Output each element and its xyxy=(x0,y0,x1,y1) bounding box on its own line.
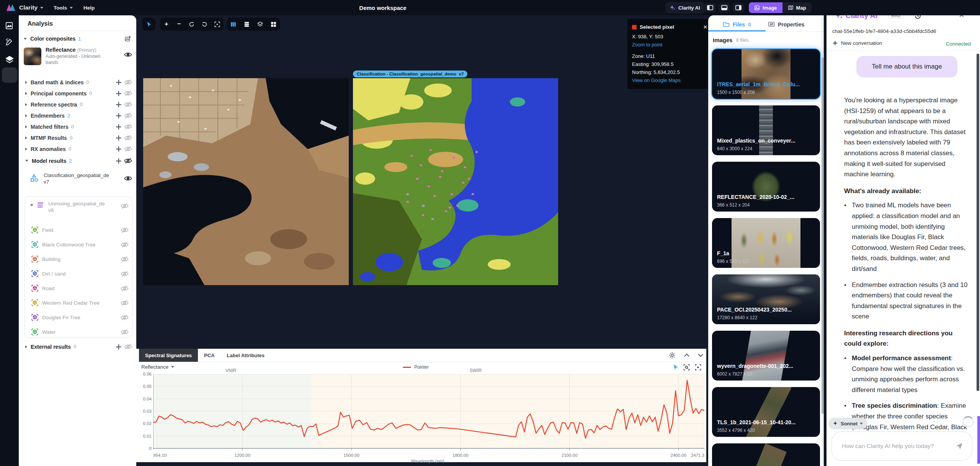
tab-label-attributes[interactable]: Label Attributes xyxy=(221,349,271,362)
gear-icon[interactable] xyxy=(668,351,676,359)
spectral-plot[interactable] xyxy=(153,374,704,451)
file-card-tls-1b-2021-06-15-10-41-20[interactable]: TLS_1b_2021-06-15_10-41-20... 3552 x 479… xyxy=(712,387,820,437)
sidebar-item-endmembers[interactable]: Endmembers2 xyxy=(24,110,132,121)
visibility-off-icon[interactable] xyxy=(123,100,132,109)
sidebar-item-rx-anomalies[interactable]: RX anomalies0 xyxy=(24,143,132,154)
sidebar-item-reference-spectra[interactable]: Reference spectra0 xyxy=(24,99,132,110)
tab-files[interactable]: Files 8 xyxy=(723,21,751,28)
expand-caret-icon[interactable] xyxy=(25,125,27,128)
model-selector[interactable]: Sonnet xyxy=(828,418,867,429)
add-icon[interactable] xyxy=(114,144,123,154)
add-icon[interactable] xyxy=(114,89,123,98)
sidebar-item-model-results[interactable]: Model results2 xyxy=(24,155,132,166)
chat-scrollbar[interactable] xyxy=(977,54,979,391)
zoom-out-icon[interactable]: − xyxy=(174,20,184,28)
visibility-off-icon[interactable] xyxy=(120,225,129,235)
expand-caret-icon[interactable] xyxy=(25,160,28,162)
visibility-on-icon[interactable] xyxy=(123,174,132,183)
visibility-off-icon[interactable] xyxy=(120,327,129,336)
split-rows-icon[interactable] xyxy=(242,21,252,28)
visibility-off-icon[interactable] xyxy=(120,298,129,307)
expand-caret-icon[interactable] xyxy=(25,81,27,84)
add-composite-icon[interactable] xyxy=(123,34,132,43)
visibility-off-icon[interactable] xyxy=(123,156,132,166)
annotate-tool-icon[interactable] xyxy=(5,38,13,46)
visibility-off-icon[interactable] xyxy=(120,269,129,278)
add-icon[interactable] xyxy=(114,342,123,351)
collapse-caret-icon[interactable] xyxy=(24,38,27,40)
sidebar-item-principal-components[interactable]: Principal components0 xyxy=(24,88,132,99)
files-scrollbar[interactable] xyxy=(822,57,824,414)
expand-caret-icon[interactable] xyxy=(25,136,27,139)
tab-pca[interactable]: PCA xyxy=(198,349,220,362)
visibility-off-icon[interactable] xyxy=(120,201,129,210)
chevron-down-icon[interactable] xyxy=(697,353,704,358)
sidebar-item-matched-filters[interactable]: Matched filters0 xyxy=(24,121,132,132)
classification-image-view[interactable] xyxy=(353,78,558,285)
chat-messages[interactable]: Tell me about this image You're looking … xyxy=(826,51,977,464)
file-card-wyvern-dragonette-001-202[interactable]: wyvern_dragonette-001_202... 6002 x 7827… xyxy=(712,331,820,381)
add-icon[interactable] xyxy=(114,156,123,166)
class-item-water[interactable]: Water xyxy=(25,325,132,339)
add-icon[interactable] xyxy=(114,111,123,120)
visibility-off-icon[interactable] xyxy=(120,313,129,322)
visibility-off-icon[interactable] xyxy=(123,144,132,154)
visibility-off-icon[interactable] xyxy=(123,78,132,87)
tools-menu[interactable]: Tools xyxy=(54,0,73,15)
expand-caret-icon[interactable] xyxy=(25,345,27,348)
zoom-select-icon[interactable] xyxy=(683,364,690,371)
expand-caret-icon[interactable] xyxy=(25,103,27,106)
color-composites-row[interactable]: Color composites 1 xyxy=(24,34,132,44)
map-view-button[interactable]: Map xyxy=(782,2,812,13)
visibility-off-icon[interactable] xyxy=(123,111,132,120)
aerial-image-view[interactable] xyxy=(143,78,349,285)
file-card-f-1a[interactable]: F_1a 696 x 520 x 127 xyxy=(712,218,820,268)
rotate-cw-icon[interactable] xyxy=(199,21,209,28)
add-icon[interactable] xyxy=(114,122,123,131)
unmixing-result-row[interactable]: Unmixing_geospatial_de v8 xyxy=(25,197,132,223)
add-icon[interactable] xyxy=(114,133,123,143)
zoom-to-point-link[interactable]: Zoom to point xyxy=(632,41,707,49)
expand-caret-icon[interactable] xyxy=(25,114,27,117)
layers-stack-icon[interactable] xyxy=(255,21,265,28)
zoom-in-icon[interactable]: + xyxy=(162,20,172,28)
toggle-right-panel-button[interactable] xyxy=(733,3,744,12)
toggle-bottom-panel-button[interactable] xyxy=(719,3,730,12)
visibility-off-icon[interactable] xyxy=(123,89,132,98)
add-icon[interactable] xyxy=(114,78,123,87)
close-icon[interactable]: × xyxy=(704,23,707,31)
tab-properties[interactable]: Properties xyxy=(768,21,804,28)
class-item-dirt-sand[interactable]: Dirt / sand xyxy=(25,266,132,281)
visibility-off-icon[interactable] xyxy=(120,284,129,293)
collapse-caret-icon[interactable] xyxy=(30,204,33,206)
chat-input[interactable] xyxy=(841,442,955,450)
clarity-ai-toggle[interactable]: Clarity AI xyxy=(665,2,704,13)
tab-spectral-signatures[interactable]: Spectral Signatures xyxy=(139,349,198,362)
class-item-building[interactable]: Building xyxy=(25,252,132,266)
visibility-off-icon[interactable] xyxy=(123,133,132,143)
sidebar-item-band-math-indices[interactable]: Band math & indices0 xyxy=(24,77,132,88)
help-menu[interactable]: Help xyxy=(83,0,95,15)
visibility-off-icon[interactable] xyxy=(120,254,129,264)
expand-caret-icon[interactable] xyxy=(25,148,27,151)
image-view-button[interactable]: Image xyxy=(749,2,782,13)
class-item-black-cottonwood-tree[interactable]: Black Cottonwood Tree xyxy=(25,237,132,252)
file-card-pace-oci-20250423-20250[interactable]: PACE_OCI.20250423_20250... 17280 x 8640 … xyxy=(712,274,820,324)
chevron-up-icon[interactable] xyxy=(684,353,690,358)
layers-tool-icon[interactable] xyxy=(5,55,14,64)
class-item-road[interactable]: Road xyxy=(25,281,132,295)
visibility-off-icon[interactable] xyxy=(123,342,132,351)
image-tool-icon[interactable] xyxy=(5,21,13,30)
classification-result-row[interactable]: Classification_geospatial_de v7 xyxy=(24,171,132,192)
file-card-mixed-plastics-on-conveyer[interactable]: Mixed_plastics_on_conveyer... 640 x 3000… xyxy=(712,105,820,155)
visibility-off-icon[interactable] xyxy=(123,122,132,131)
sidebar-item-external-results[interactable]: External results0 xyxy=(24,341,132,352)
cursor-tool-button[interactable] xyxy=(142,18,155,31)
split-columns-icon[interactable] xyxy=(229,21,238,28)
file-card-itres-aerial-1m-british-colu[interactable]: ITRES_aerial_1m_British_Colu... 1500 x 1… xyxy=(712,49,820,99)
file-card-reflectance-2020-10-02[interactable]: REFLECTANCE_2020-10-02_... 366 x 512 x 2… xyxy=(712,162,820,212)
new-conversation-button[interactable]: New conversation xyxy=(832,40,882,46)
brand-menu[interactable]: Clarity xyxy=(19,0,43,15)
expand-caret-icon[interactable] xyxy=(25,92,27,95)
fit-view-icon[interactable] xyxy=(694,364,702,371)
